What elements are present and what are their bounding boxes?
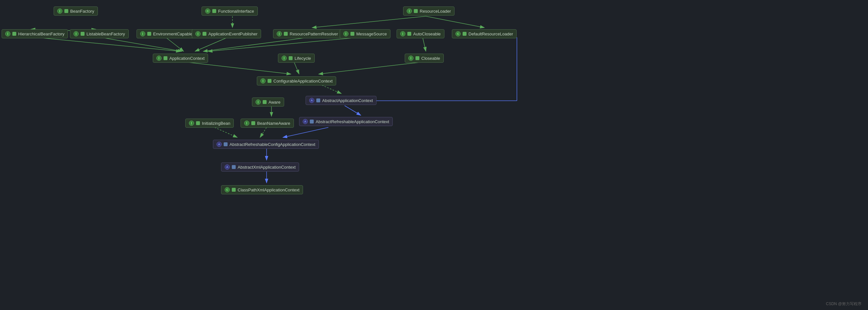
node-beannameaware: BeanNameAware — [241, 119, 294, 128]
badge-applicationeventpublisher — [203, 32, 207, 36]
label-resourcepatternresolver: ResourcePatternResolver — [290, 32, 338, 36]
node-aware: Aware — [252, 97, 284, 106]
node-abstractrefreshableapplicationcontext: AbstractRefreshableApplicationContext — [299, 117, 393, 126]
badge-closeable — [415, 56, 420, 60]
badge-resourcepatternresolver — [284, 32, 288, 36]
svg-line-9 — [166, 37, 184, 51]
node-hierarchicalbeanfactory: HierarchicalBeanFactory — [2, 29, 68, 38]
svg-line-14 — [189, 62, 291, 74]
icon-hierarchicalbeanfactory — [5, 31, 10, 36]
badge-resourceloader — [414, 9, 418, 13]
label-abstractrefreshableconfigapplicationcontext: AbstractRefreshableConfigApplicationCont… — [229, 142, 315, 147]
icon-abstractrefreshableconfigapplicationcontext — [217, 142, 222, 147]
node-abstractapplicationcontext: AbstractApplicationContext — [306, 96, 376, 105]
icon-abstractapplicationcontext — [309, 98, 314, 103]
label-resourceloader: ResourceLoader — [420, 9, 451, 14]
label-configurableapplicationcontext: ConfigurableApplicationContext — [273, 79, 333, 84]
icon-listablebeanfactory — [73, 31, 79, 36]
label-abstractxmlapplicationcontext: AbstractXmlApplicationContext — [238, 165, 296, 169]
badge-defaultresourceloader — [463, 32, 466, 36]
svg-line-7 — [36, 37, 180, 51]
label-classpathxmlapplicationcontext: ClassPathXmlApplicationContext — [238, 187, 300, 192]
label-hierarchicalbeanfactory: HierarchicalBeanFactory — [18, 32, 64, 36]
node-resourcepatternresolver: ResourcePatternResolver — [273, 29, 342, 38]
svg-line-8 — [101, 37, 182, 51]
svg-line-10 — [195, 37, 227, 51]
icon-initializingbean — [189, 121, 194, 126]
label-applicationcontext: ApplicationContext — [169, 56, 205, 61]
label-aware: Aware — [269, 100, 281, 105]
icon-classpathxmlapplicationcontext — [225, 187, 230, 192]
label-messagesource: MessageSource — [356, 32, 387, 36]
svg-line-20 — [345, 105, 361, 115]
node-abstractrefreshableconfigapplicationcontext: AbstractRefreshableConfigApplicationCont… — [213, 140, 319, 149]
icon-closeable — [408, 56, 413, 61]
svg-line-12 — [208, 37, 359, 51]
node-configurableapplicationcontext: ConfigurableApplicationContext — [257, 76, 336, 86]
badge-functionalinterface — [212, 9, 216, 13]
label-autocloseable: AutoCloseable — [413, 32, 441, 36]
icon-configurableapplicationcontext — [260, 78, 266, 84]
badge-abstractrefreshableapplicationcontext — [310, 120, 314, 123]
badge-initializingbean — [196, 121, 200, 125]
icon-abstractxmlapplicationcontext — [225, 164, 230, 169]
badge-beannameaware — [251, 121, 255, 125]
badge-applicationcontext — [163, 56, 167, 60]
label-abstractrefreshableapplicationcontext: AbstractRefreshableApplicationContext — [316, 119, 389, 124]
node-environmentcapable: EnvironmentCapable — [136, 29, 196, 38]
svg-line-16 — [318, 62, 420, 74]
label-functionalinterface: FunctionalInterface — [218, 9, 254, 14]
svg-line-17 — [322, 85, 341, 94]
node-defaultresourceloader: DefaultResourceLoader — [452, 29, 517, 38]
svg-line-22 — [215, 127, 237, 137]
svg-line-11 — [203, 37, 309, 51]
badge-abstractapplicationcontext — [316, 98, 320, 102]
label-applicationeventpublisher: ApplicationEventPublisher — [208, 32, 257, 36]
label-environmentcapable: EnvironmentCapable — [153, 32, 192, 36]
svg-line-24 — [283, 127, 328, 137]
label-lifecycle: Lifecycle — [294, 56, 311, 61]
node-listablebeanfactory: ListableBeanFactory — [70, 29, 129, 38]
node-initializingbean: InitializingBean — [185, 119, 234, 128]
icon-resourceloader — [407, 8, 412, 14]
icon-applicationeventpublisher — [195, 31, 200, 36]
badge-abstractrefreshableconfigapplicationcontext — [224, 142, 227, 146]
icon-abstractrefreshableapplicationcontext — [303, 119, 308, 124]
node-applicationeventpublisher: ApplicationEventPublisher — [192, 29, 261, 38]
icon-beannameaware — [244, 121, 249, 126]
icon-messagesource — [343, 31, 348, 36]
node-resourceloader: ResourceLoader — [403, 6, 455, 16]
svg-line-15 — [294, 62, 299, 74]
node-abstractxmlapplicationcontext: AbstractXmlApplicationContext — [221, 162, 299, 172]
icon-environmentcapable — [140, 31, 145, 36]
badge-autocloseable — [407, 32, 411, 36]
svg-line-5 — [312, 16, 426, 28]
icon-applicationcontext — [156, 56, 162, 61]
badge-messagesource — [350, 32, 354, 36]
label-defaultresourceloader: DefaultResourceLoader — [468, 32, 513, 36]
icon-aware — [255, 99, 261, 105]
arrows-svg — [0, 0, 868, 310]
watermark: CSDN @努力写程序 — [826, 301, 862, 307]
icon-functionalinterface — [205, 8, 210, 14]
badge-configurableapplicationcontext — [268, 79, 272, 83]
icon-lifecycle — [282, 56, 287, 61]
badge-abstractxmlapplicationcontext — [232, 165, 236, 169]
node-autocloseable: AutoCloseable — [397, 29, 444, 38]
diagram-container: BeanFactory FunctionalInterface Resource… — [0, 0, 868, 310]
node-closeable: Closeable — [405, 54, 444, 63]
label-beannameaware: BeanNameAware — [257, 121, 290, 126]
svg-line-6 — [426, 16, 485, 28]
badge-listablebeanfactory — [81, 32, 85, 36]
badge-hierarchicalbeanfactory — [12, 32, 16, 36]
label-abstractapplicationcontext: AbstractApplicationContext — [322, 98, 373, 103]
node-beanfactory: BeanFactory — [54, 6, 98, 16]
icon-resourcepatternresolver — [277, 31, 282, 36]
badge-lifecycle — [289, 56, 292, 60]
label-closeable: Closeable — [421, 56, 440, 61]
label-listablebeanfactory: ListableBeanFactory — [87, 32, 125, 36]
label-initializingbean: InitializingBean — [202, 121, 230, 126]
label-beanfactory: BeanFactory — [70, 9, 94, 14]
badge-classpathxmlapplicationcontext — [232, 188, 236, 192]
node-functionalinterface: FunctionalInterface — [202, 6, 258, 16]
